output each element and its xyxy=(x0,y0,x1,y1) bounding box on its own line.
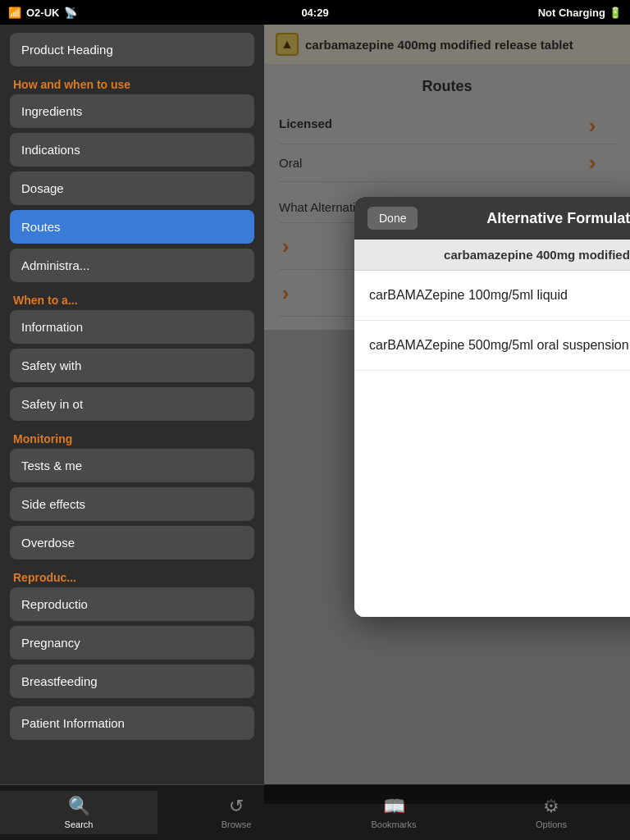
tab-search[interactable]: 🔍 Search xyxy=(0,791,158,834)
sidebar-item-dosage[interactable]: Dosage xyxy=(10,171,254,205)
charging-label: Not Charging xyxy=(538,7,605,19)
modal-item-suspension-text: carBAMAZepine 500mg/5ml oral suspension xyxy=(369,338,629,353)
sidebar-item-breastfeeding[interactable]: Breastfeeding xyxy=(10,664,254,698)
sidebar-item-safety-in[interactable]: Safety in ot xyxy=(10,387,254,421)
product-heading-button[interactable]: Product Heading xyxy=(10,33,254,66)
content-panel: ▲ carbamazepine 400mg modified release t… xyxy=(264,25,630,804)
sidebar-item-information[interactable]: Information xyxy=(10,310,254,344)
status-bar: 📶 O2-UK 📡 04:29 Not Charging 🔋 xyxy=(0,0,630,25)
status-left: 📶 O2-UK 📡 xyxy=(8,7,77,19)
tab-browse-label: Browse xyxy=(221,819,252,829)
sidebar-item-pregnancy[interactable]: Pregnancy xyxy=(10,626,254,660)
carrier-label: O2-UK xyxy=(26,7,59,19)
browse-icon: ↺ xyxy=(229,796,244,817)
tab-search-label: Search xyxy=(65,819,94,829)
time-display: 04:29 xyxy=(301,7,328,19)
sidebar-item-side-effects[interactable]: Side effects xyxy=(10,487,254,521)
modal-item-liquid[interactable]: carBAMAZepine 100mg/5ml liquid › xyxy=(354,271,630,321)
sidebar-item-patient-info[interactable]: Patient Information xyxy=(10,706,254,740)
sidebar: Product Heading How and when to use Ingr… xyxy=(0,25,264,804)
modal-title: Alternative Formulations For xyxy=(427,210,630,227)
wifi-icon: 📡 xyxy=(64,7,77,19)
sidebar-item-tests[interactable]: Tests & me xyxy=(10,449,254,482)
tab-options-label: Options xyxy=(536,819,567,829)
section-reproductive: Reproduc... xyxy=(10,564,254,587)
section-monitoring: Monitoring xyxy=(10,426,254,449)
sidebar-item-indications[interactable]: Indications xyxy=(10,133,254,167)
sidebar-item-safety-with[interactable]: Safety with xyxy=(10,349,254,382)
modal-item-suspension[interactable]: carBAMAZepine 500mg/5ml oral suspension … xyxy=(354,321,630,371)
tab-bookmarks-label: Bookmarks xyxy=(371,819,416,829)
modal-empty-space xyxy=(354,371,630,617)
modal-done-button[interactable]: Done xyxy=(368,207,418,230)
sidebar-item-reproductive[interactable]: Reproductio xyxy=(10,587,254,621)
sidebar-item-overdose[interactable]: Overdose xyxy=(10,526,254,559)
section-how-when: How and when to use xyxy=(10,71,254,94)
modal-item-liquid-text: carBAMAZepine 100mg/5ml liquid xyxy=(369,288,568,303)
main-container: Product Heading How and when to use Ingr… xyxy=(0,25,630,804)
modal-header: Done Alternative Formulations For xyxy=(354,197,630,240)
battery-icon: 🔋 xyxy=(609,7,622,19)
alternative-formulations-modal: Done Alternative Formulations For carbam… xyxy=(354,197,630,617)
sidebar-item-routes[interactable]: Routes xyxy=(10,210,254,244)
modal-subtitle: carbamazepine 400mg modified release tab… xyxy=(354,240,630,271)
search-icon: 🔍 xyxy=(68,796,90,817)
status-right: Not Charging 🔋 xyxy=(538,7,622,19)
sidebar-item-ingredients[interactable]: Ingredients xyxy=(10,94,254,128)
signal-icon: 📶 xyxy=(8,7,21,19)
section-when-to: When to a... xyxy=(10,287,254,310)
sidebar-item-administration[interactable]: Administra... xyxy=(10,249,254,282)
